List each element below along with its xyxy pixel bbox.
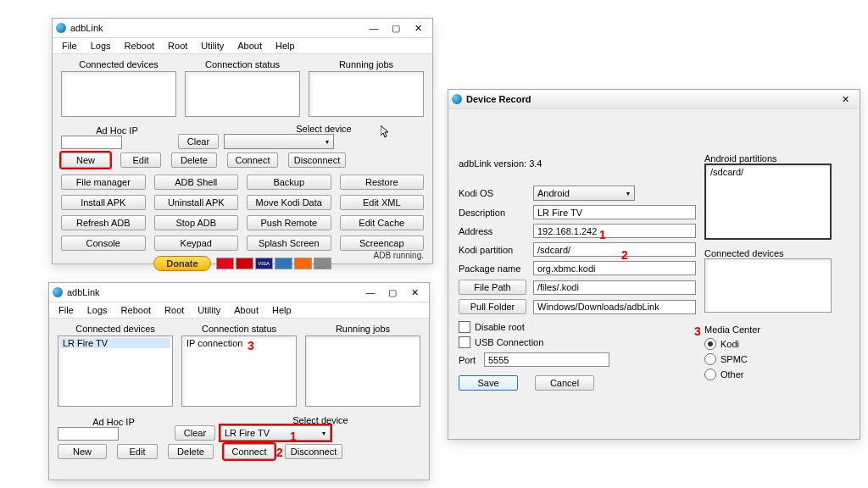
- pull-folder-input[interactable]: [533, 300, 696, 314]
- connection-status-list[interactable]: [185, 71, 300, 117]
- select-device-label: Select device: [220, 415, 420, 425]
- stop-adb-button[interactable]: Stop ADB: [154, 215, 239, 230]
- close-button[interactable]: ✕: [834, 92, 856, 107]
- install-apk-button[interactable]: Install APK: [61, 195, 146, 210]
- edit-xml-button[interactable]: Edit XML: [340, 195, 425, 210]
- device-record-window: Device Record ✕ adbLink version: 3.4 Kod…: [448, 89, 860, 440]
- android-partitions-label: Android partitions: [704, 153, 832, 164]
- adblink-window-top: adbLink — ▢ ✕ File Logs Reboot Root Util…: [52, 18, 433, 264]
- list-item[interactable]: /sdcard/: [708, 167, 828, 177]
- push-remote-button[interactable]: Push Remote: [247, 215, 331, 230]
- delete-button[interactable]: Delete: [168, 444, 214, 459]
- cancel-button[interactable]: Cancel: [535, 375, 594, 391]
- menu-utility[interactable]: Utility: [195, 40, 230, 52]
- file-path-button[interactable]: File Path: [459, 280, 526, 295]
- visa-icon: VISA: [255, 258, 273, 269]
- connect-button[interactable]: Connect: [227, 152, 278, 168]
- minimize-button[interactable]: —: [359, 285, 381, 300]
- clear-button[interactable]: Clear: [175, 425, 215, 441]
- backup-button[interactable]: Backup: [247, 175, 331, 190]
- connected-devices-list[interactable]: [704, 258, 832, 313]
- menu-about[interactable]: About: [231, 40, 268, 52]
- connected-devices-label: Connected devices: [58, 324, 173, 334]
- file-path-input[interactable]: [533, 280, 696, 295]
- annotation-3: 3: [248, 339, 254, 352]
- amex-icon: [275, 258, 292, 269]
- kodi-os-label: Kodi OS: [459, 188, 533, 198]
- chevron-down-icon: ▾: [318, 430, 330, 437]
- refresh-adb-button[interactable]: Refresh ADB: [61, 215, 146, 230]
- edit-cache-button[interactable]: Edit Cache: [340, 215, 425, 230]
- uninstall-apk-button[interactable]: Uninstall APK: [154, 195, 239, 210]
- menubar: File Logs Reboot Root Utility About Help: [53, 38, 432, 54]
- disable-root-checkbox[interactable]: [459, 321, 470, 333]
- usb-connection-checkbox[interactable]: [459, 336, 470, 348]
- menu-file[interactable]: File: [56, 40, 83, 52]
- menu-reboot[interactable]: Reboot: [115, 304, 157, 316]
- select-device-combo[interactable]: LR Fire TV ▾: [220, 425, 331, 441]
- media-center-kodi-radio[interactable]: [704, 338, 716, 350]
- package-input[interactable]: [533, 261, 696, 275]
- kodi-os-combo[interactable]: Android ▾: [533, 186, 635, 201]
- package-label: Package name: [459, 263, 533, 274]
- screencap-button[interactable]: Screencap: [340, 236, 425, 251]
- edit-button[interactable]: Edit: [117, 444, 158, 459]
- disconnect-button[interactable]: Disconnect: [288, 152, 346, 168]
- menu-logs[interactable]: Logs: [81, 304, 114, 316]
- connection-status-label: Connection status: [185, 59, 300, 69]
- file-manager-button[interactable]: File manager: [61, 175, 146, 190]
- app-icon: [53, 287, 63, 297]
- new-button[interactable]: New: [58, 444, 107, 459]
- chevron-down-icon: ▾: [622, 190, 634, 197]
- save-button[interactable]: Save: [459, 375, 518, 391]
- menu-help[interactable]: Help: [266, 304, 298, 316]
- console-button[interactable]: Console: [61, 236, 146, 251]
- minimize-button[interactable]: —: [363, 20, 385, 36]
- list-item[interactable]: LR Fire TV: [60, 338, 170, 348]
- address-input[interactable]: [533, 224, 696, 238]
- menu-root[interactable]: Root: [162, 40, 193, 52]
- menu-utility[interactable]: Utility: [192, 304, 226, 316]
- adhoc-ip-input[interactable]: [61, 136, 122, 149]
- kodi-partition-input[interactable]: [533, 242, 696, 257]
- menu-reboot[interactable]: Reboot: [119, 40, 160, 52]
- running-jobs-list[interactable]: [305, 336, 420, 407]
- connect-button[interactable]: Connect: [224, 444, 275, 459]
- media-center-spmc-radio[interactable]: [704, 353, 716, 365]
- keypad-button[interactable]: Keypad: [154, 236, 239, 251]
- select-device-combo[interactable]: ▾: [224, 134, 334, 149]
- connected-devices-list[interactable]: [61, 71, 176, 117]
- pull-folder-button[interactable]: Pull Folder: [459, 299, 526, 314]
- adhoc-ip-input[interactable]: [58, 427, 119, 441]
- splash-button[interactable]: Splash Screen: [247, 236, 331, 251]
- adb-shell-button[interactable]: ADB Shell: [154, 175, 239, 190]
- delete-button[interactable]: Delete: [171, 152, 217, 168]
- connected-devices-list[interactable]: LR Fire TV: [58, 336, 173, 407]
- window-controls: — ▢ ✕: [359, 285, 426, 300]
- close-button[interactable]: ✕: [407, 20, 429, 36]
- android-partitions-list[interactable]: /sdcard/: [704, 164, 832, 240]
- connection-status-list[interactable]: IP connection: [181, 336, 297, 407]
- disconnect-button[interactable]: Disconnect: [285, 444, 342, 459]
- menu-file[interactable]: File: [53, 304, 80, 316]
- clear-button[interactable]: Clear: [178, 134, 219, 149]
- edit-button[interactable]: Edit: [120, 152, 161, 168]
- media-center-other-radio[interactable]: [704, 369, 716, 380]
- menu-root[interactable]: Root: [159, 304, 190, 316]
- adhoc-ip-label: Ad Hoc IP: [61, 125, 173, 136]
- close-button[interactable]: ✕: [403, 285, 426, 300]
- titlebar: Device Record ✕: [448, 90, 860, 109]
- menu-help[interactable]: Help: [270, 40, 301, 52]
- description-input[interactable]: [533, 205, 696, 219]
- donate-button[interactable]: Donate: [153, 256, 210, 271]
- port-input[interactable]: [484, 352, 609, 367]
- move-kodi-button[interactable]: Move Kodi Data: [247, 195, 331, 210]
- new-button[interactable]: New: [61, 152, 110, 168]
- maximize-button[interactable]: ▢: [385, 20, 407, 36]
- menu-about[interactable]: About: [228, 304, 264, 316]
- running-jobs-list[interactable]: [309, 71, 424, 117]
- menu-logs[interactable]: Logs: [85, 40, 117, 52]
- disable-root-label: Disable root: [475, 322, 525, 332]
- restore-button[interactable]: Restore: [340, 175, 425, 190]
- maximize-button[interactable]: ▢: [381, 285, 403, 300]
